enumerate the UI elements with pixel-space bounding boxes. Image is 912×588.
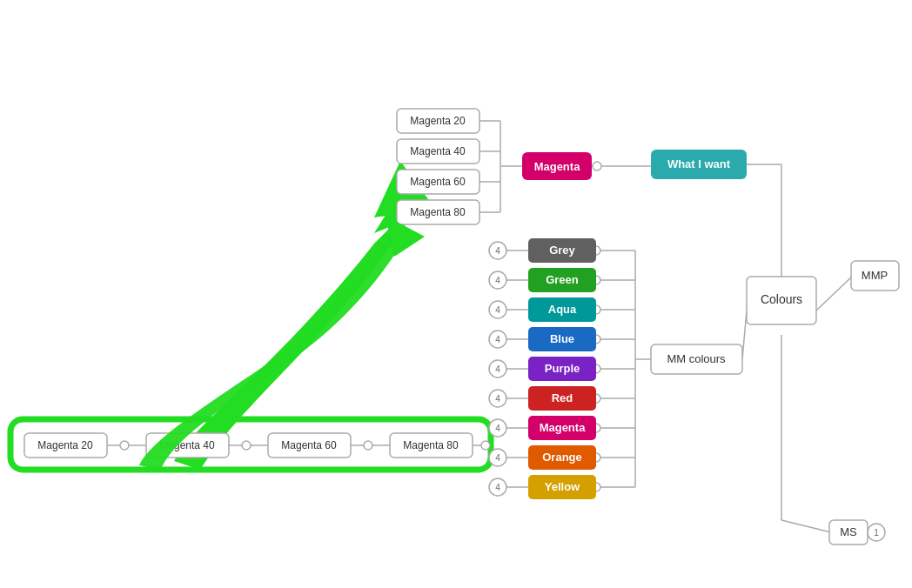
magenta40-top-label: Magenta 40: [410, 145, 466, 157]
magenta20-top-label: Magenta 20: [410, 115, 466, 127]
aqua-label: Aqua: [548, 303, 577, 316]
badge-green-label: 4: [495, 276, 500, 285]
badge-grey-label: 4: [495, 246, 500, 256]
magenta60-top-label: Magenta 60: [410, 176, 466, 188]
colours-label: Colours: [761, 292, 802, 306]
blue-label: Blue: [550, 332, 574, 345]
badge-red-label: 4: [495, 394, 500, 404]
magenta80-bot-label: Magenta 80: [403, 439, 459, 451]
what-i-want-label: What I want: [667, 157, 731, 170]
mmp-label: MMP: [862, 269, 888, 282]
badge-orange-label: 4: [495, 453, 500, 463]
badge-aqua-label: 4: [495, 305, 500, 315]
green-annotation-arrow: [139, 216, 425, 470]
magenta-color-label: Magenta: [534, 160, 581, 173]
badge-yellow-label: 4: [495, 483, 500, 492]
ms-label: MS: [840, 525, 857, 538]
grey-label: Grey: [549, 244, 575, 257]
svg-point-45: [120, 441, 129, 450]
svg-point-8: [593, 162, 601, 170]
ms-badge-label: 1: [874, 528, 879, 538]
badge-magenta-label: 4: [495, 424, 500, 433]
green-label: Green: [546, 273, 579, 286]
svg-point-48: [242, 441, 251, 450]
green-arrow: [174, 161, 435, 470]
badge-purple-label: 4: [495, 364, 500, 374]
magenta-main-label: Magenta: [540, 421, 587, 434]
magenta20-bot-label: Magenta 20: [37, 439, 93, 451]
orange-label: Orange: [542, 451, 582, 464]
yellow-label: Yellow: [545, 480, 580, 493]
svg-line-11: [816, 276, 853, 311]
svg-point-51: [364, 441, 372, 450]
svg-line-14: [781, 520, 831, 532]
purple-label: Purple: [545, 362, 580, 375]
badge-blue-label: 4: [495, 335, 500, 344]
magenta80-top-label: Magenta 80: [410, 206, 466, 218]
mm-colours-label: MM colours: [667, 352, 726, 365]
svg-point-54: [481, 441, 490, 450]
magenta60-bot-label: Magenta 60: [281, 439, 337, 451]
red-label: Red: [552, 391, 573, 404]
